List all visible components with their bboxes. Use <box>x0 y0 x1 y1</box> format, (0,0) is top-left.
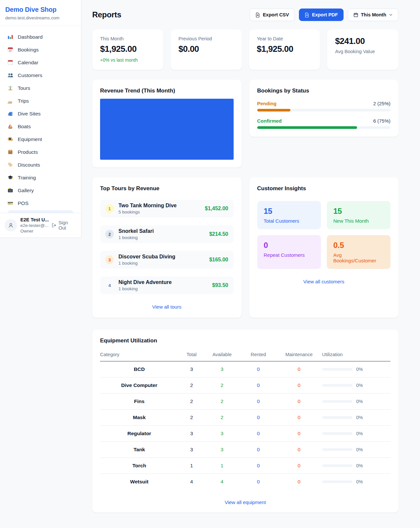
sidebar-item-customers[interactable]: Customers <box>4 69 77 82</box>
sidebar-item-tours[interactable]: Tours <box>4 82 77 94</box>
stat-value: $1,925.00 <box>257 44 312 54</box>
insight-tiles: 15 Total Customers 15 New This Month 0 R… <box>257 201 391 269</box>
pos-credit-card-icon <box>7 200 13 206</box>
cell-category: Torch <box>100 458 178 474</box>
sidebar-item-calendar[interactable]: Calendar <box>4 56 77 69</box>
utilization-bar-track <box>322 432 352 435</box>
cell-rented: 0 <box>240 458 277 474</box>
view-all-equipment-link[interactable]: View all equipment <box>225 499 266 505</box>
sidebar-item-label: Dashboard <box>18 34 43 40</box>
view-all-customers-link[interactable]: View all customers <box>303 279 344 284</box>
cell-category: Dive Computer <box>100 377 178 394</box>
header-actions: Export CSV Export PDF This Month <box>250 9 398 21</box>
cell-available: 1 <box>205 458 240 474</box>
insight-label: Avg Bookings/Customer <box>333 252 384 263</box>
tour-name: Snorkel Safari <box>118 228 154 234</box>
sidebar-item-label: POS <box>18 200 29 206</box>
status-row-confirmed: Confirmed 6 (75%) <box>257 118 391 129</box>
stat-trend-note: +0% vs last month <box>100 57 156 63</box>
utilization-percent: 0% <box>356 415 363 420</box>
sidebar-item-training[interactable]: Training <box>4 171 77 184</box>
logout-icon <box>52 223 57 228</box>
customers-icon <box>7 72 13 78</box>
stat-card-year-to-date: Year to Date $1,925.00 <box>249 30 320 70</box>
insight-value: 15 <box>264 207 314 216</box>
status-label: Confirmed <box>257 118 282 124</box>
sidebar-item-label: Boats <box>18 124 31 130</box>
sidebar-item-dashboard[interactable]: Dashboard <box>4 30 77 43</box>
cell-category: Mask <box>100 410 178 426</box>
sidebar-item-reports-active-partial[interactable] <box>8 210 73 213</box>
column-header-category: Category <box>100 349 178 361</box>
revenue-trend-panel: Revenue Trend (This Month) <box>92 80 242 168</box>
cell-maintenance: 0 <box>277 394 321 410</box>
sidebar-item-label: Bookings <box>18 47 39 53</box>
sidebar-item-label: Tours <box>18 85 30 91</box>
boats-sailboat-icon <box>7 123 13 130</box>
charts-row: Revenue Trend (This Month) Bookings by S… <box>92 80 398 168</box>
insight-tile-new-this-month: 15 New This Month <box>327 201 390 229</box>
tour-name: Two Tank Morning Dive <box>118 203 177 209</box>
utilization-bar-track <box>322 448 352 451</box>
cell-rented: 0 <box>240 442 277 458</box>
cell-total: 2 <box>178 410 205 426</box>
insight-tile-avg-bookings: 0.5 Avg Bookings/Customer <box>327 235 390 269</box>
sidebar-item-gallery[interactable]: Gallery <box>4 184 77 197</box>
utilization-bar-track <box>322 480 352 483</box>
sidebar-item-pos[interactable]: POS <box>4 197 77 210</box>
sidebar-item-products[interactable]: Products <box>4 146 77 158</box>
insight-value: 0 <box>264 241 314 250</box>
tour-row: 4 Night Dive Adventure 1 booking $93.50 <box>100 276 234 294</box>
equipment-utilization-panel: Equipment Utilization Category Total Ava… <box>92 330 398 513</box>
page-header: Reports Export CSV Export PDF This Month <box>92 9 398 21</box>
user-section: E2E Test U... e2e-tester@... Owner Sign … <box>0 213 81 237</box>
insight-label: New This Month <box>333 218 384 224</box>
cell-total: 1 <box>178 458 205 474</box>
discounts-tag-icon <box>7 162 13 168</box>
export-csv-button[interactable]: Export CSV <box>250 9 295 21</box>
cell-total: 3 <box>178 426 205 442</box>
panel-title: Top Tours by Revenue <box>100 185 234 192</box>
cell-category: Regulator <box>100 426 178 442</box>
tour-row: 1 Two Tank Morning Dive 5 bookings $1,45… <box>100 200 234 217</box>
utilization-percent: 0% <box>356 479 363 484</box>
gallery-camera-icon <box>7 187 13 193</box>
sidebar-item-boats[interactable]: Boats <box>4 120 77 133</box>
sidebar-item-equipment[interactable]: Equipment <box>4 133 77 146</box>
tour-bookings: 1 booking <box>118 286 172 291</box>
table-row: Dive Computer 2 2 0 0 0% <box>100 377 390 394</box>
status-count: 6 (75%) <box>373 118 390 124</box>
sidebar-nav: Dashboard 17 Bookings Calendar Customers… <box>0 26 81 213</box>
utilization-percent: 0% <box>356 431 363 436</box>
utilization-percent: 0% <box>356 367 363 372</box>
cell-maintenance: 0 <box>277 442 321 458</box>
cell-available: 2 <box>205 394 240 410</box>
sidebar-item-label: Equipment <box>18 136 42 142</box>
insights-row: Top Tours by Revenue 1 Two Tank Morning … <box>92 177 398 318</box>
file-export-icon <box>255 12 260 17</box>
products-box-icon <box>7 149 13 155</box>
stat-card-this-month: This Month $1,925.00 +0% vs last month <box>92 30 163 70</box>
sign-out-button[interactable]: Sign Out <box>52 220 76 231</box>
cell-category: Wetsuit <box>100 474 178 490</box>
column-header-utilization: Utilization <box>321 349 390 361</box>
export-pdf-button[interactable]: Export PDF <box>299 9 344 21</box>
column-header-rented: Rented <box>240 349 277 361</box>
utilization-percent: 0% <box>356 399 363 404</box>
period-selector[interactable]: This Month <box>348 9 398 21</box>
user-name: E2E Test U... <box>20 217 48 222</box>
sidebar-item-trips[interactable]: Trips <box>4 94 77 107</box>
sidebar-item-discounts[interactable]: Discounts <box>4 158 77 171</box>
revenue-trend-chart <box>100 99 234 160</box>
utilization-bar-track <box>322 400 352 403</box>
rank-badge: 3 <box>105 255 114 264</box>
svg-text:17: 17 <box>9 50 12 52</box>
sidebar-item-dive-sites[interactable]: Dive Sites <box>4 107 77 120</box>
dive-sites-wave-icon <box>7 111 13 117</box>
tour-bookings: 5 bookings <box>118 210 177 214</box>
calendar-icon <box>7 59 13 66</box>
status-bar-fill <box>257 109 291 112</box>
sidebar-item-bookings[interactable]: 17 Bookings <box>4 43 77 56</box>
cell-rented: 0 <box>240 410 277 426</box>
view-all-tours-link[interactable]: View all tours <box>152 304 181 310</box>
